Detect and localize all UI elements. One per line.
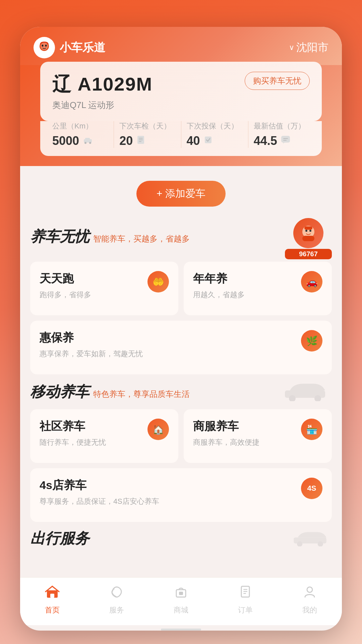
svg-rect-5 [85,138,90,141]
svg-point-2 [42,45,44,47]
stat-insurance-label: 下次投保（天） [187,121,243,131]
nav-home[interactable]: 首页 [20,584,84,615]
stat-insurance-value: 40 [187,134,200,148]
car-card-wrapper: 辽 A1029M 奥迪Q7L 运动形 购买养车无忧 公里（Km） 5000 [20,65,342,166]
mascot-area: 96767 [285,218,332,255]
section-yangche-header: 养车无忧 智能养车，买越多，省越多 96767 [30,218,332,255]
service-tiantianpao[interactable]: 天天跑 跑得多，省得多 🤲 [30,262,178,315]
svg-point-6 [84,142,86,144]
buy-service-button[interactable]: 购买养车无忧 [245,72,310,90]
shangfu-icon: 🏪 [301,419,322,440]
car-silhouette-deco [278,381,332,402]
nav-shop[interactable]: 商城 [149,584,213,615]
service-niannianyng[interactable]: 年年养 用越久，省越多 🚗 [184,262,332,315]
svg-point-35 [307,587,312,592]
bottom-navigation: 首页 服务 商城 [20,577,342,625]
nav-service-label: 服务 [109,605,124,615]
section-yangche: 养车无忧 智能养车，买越多，省越多 96767 [30,218,332,374]
svg-rect-9 [139,138,143,139]
stats-row: 公里（Km） 5000 下次车检（天） 20 [40,121,322,156]
stat-inspection-value: 20 [119,134,133,148]
mascot-number: 96767 [285,249,332,259]
tiantianpao-icon: 🤲 [147,271,169,292]
mobile-cards-top: 社区养车 随行养车，便捷无忧 🏠 商服养车 商服养车，高效便捷 🏪 [30,409,332,463]
nav-orders-label: 订单 [238,605,253,615]
svg-rect-19 [304,226,312,230]
stat-km-value: 5000 [52,134,79,148]
shop-nav-icon [174,584,188,602]
svg-rect-30 [179,592,183,595]
insurance-icon [203,135,213,147]
svg-rect-15 [283,140,287,141]
service-huibaoyang-desc: 惠享保养，爱车如新，驾趣无忧 [40,349,322,359]
app-name: 小车乐道 [60,40,105,55]
service-shequ[interactable]: 社区养车 随行养车，便捷无忧 🏠 [30,409,178,463]
svg-rect-14 [283,138,288,139]
nav-orders[interactable]: 订单 [213,584,278,615]
nav-mine[interactable]: 我的 [278,584,342,615]
section-chuxing: 出行服务 [30,529,332,555]
nav-shop-label: 商城 [174,605,188,615]
svg-rect-32 [243,589,247,590]
car-card: 辽 A1029M 奥迪Q7L 运动形 购买养车无忧 [40,62,322,121]
car-model: 奥迪Q7L 运动形 [52,99,310,111]
chevron-down-icon: ∨ [289,43,294,52]
svg-rect-10 [139,140,143,140]
home-nav-icon [44,584,60,602]
section-mobile: 移动养车 特色养车，尊享品质车生活 社区养车 随行养车，便捷无忧 🏠 商服养 [30,381,332,522]
car-small-icon [82,136,93,146]
4s-icon: 4S [301,478,322,499]
shequ-icon: 🏠 [147,419,169,440]
add-car-button[interactable]: + 添加爱车 [136,181,226,207]
nav-service[interactable]: 服务 [84,584,149,615]
mine-nav-icon [302,584,317,602]
inspection-icon [136,135,145,147]
logo-group: 小车乐道 [34,37,105,58]
section-yangche-title: 养车无忧 [30,227,89,247]
stat-km: 公里（Km） 5000 [47,121,114,148]
add-car-wrapper: + 添加爱车 [20,173,342,215]
service-4s-desc: 尊享服务，品质保证，4S店安心养车 [40,496,322,506]
section-chuxing-header: 出行服务 [30,529,332,548]
orders-nav-icon [238,584,253,602]
service-nav-icon [109,584,124,602]
service-4s[interactable]: 4s店养车 尊享服务，品质保证，4S店安心养车 4S [30,468,332,522]
stat-value: 最新估值（万） 44.5 [248,121,315,148]
stat-inspection: 下次车检（天） 20 [114,121,181,148]
stat-inspection-label: 下次车检（天） [119,121,175,131]
service-niannianyang-desc: 用越久，省越多 [193,290,322,300]
svg-rect-12 [205,137,212,143]
chat-icon [281,135,291,147]
logo-icon [34,37,55,58]
stat-km-label: 公里（Km） [52,121,108,131]
section-mobile-subtitle: 特色养车，尊享品质车生活 [93,389,190,399]
svg-rect-11 [139,141,141,142]
huibaoyang-icon: 🌿 [301,330,322,352]
nav-home-label: 首页 [45,605,60,615]
nav-mine-label: 我的 [302,605,317,615]
section-yangche-subtitle: 智能养车，买越多，省越多 [93,233,190,244]
svg-point-7 [89,142,91,144]
service-shequ-desc: 随行养车，便捷无忧 [40,437,169,447]
svg-rect-34 [243,593,246,594]
svg-rect-20 [302,236,314,241]
service-huibaoyang[interactable]: 惠保养 惠享保养，爱车如新，驾趣无忧 🌿 [30,321,332,374]
service-huibaoyang-name: 惠保养 [40,330,322,345]
service-shangfu-desc: 商服养车，高效便捷 [193,437,322,447]
scroll-hint [161,629,201,631]
svg-rect-28 [50,594,54,598]
service-shangfu[interactable]: 商服养车 商服养车，高效便捷 🏪 [184,409,332,463]
car-silhouette-deco-2 [288,530,332,548]
yangche-cards-top: 天天跑 跑得多，省得多 🤲 年年养 用越久，省越多 🚗 [30,262,332,315]
section-chuxing-title: 出行服务 [30,529,89,548]
service-4s-name: 4s店养车 [40,478,322,493]
service-tiantianpao-desc: 跑得多，省得多 [40,290,169,300]
phone-frame: 小车乐道 ∨ 沈阳市 辽 A1029M 奥迪Q7L 运动形 购买养车无忧 公里（… [20,27,342,631]
location-selector[interactable]: ∨ 沈阳市 [289,40,328,55]
svg-point-3 [45,45,47,47]
stat-insurance: 下次投保（天） 40 [181,121,248,148]
svg-point-17 [305,230,307,232]
niannianyang-icon: 🚗 [301,271,322,292]
section-mobile-header: 移动养车 特色养车，尊享品质车生活 [30,381,332,402]
section-mobile-title: 移动养车 [30,382,89,402]
